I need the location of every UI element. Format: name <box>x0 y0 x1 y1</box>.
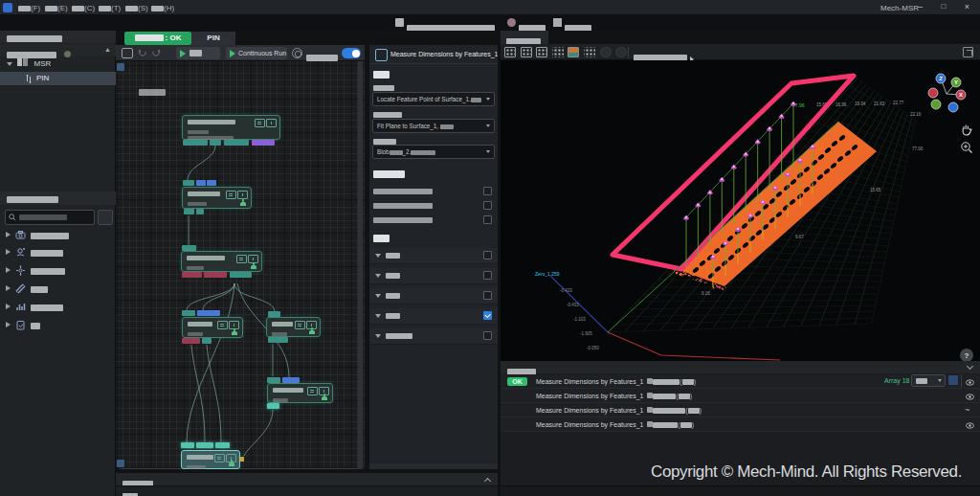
svg-text:9.67: 9.67 <box>795 235 804 239</box>
svg-text:-0.050: -0.050 <box>587 346 599 350</box>
svg-text:?: ? <box>965 351 969 360</box>
svg-text:-0.433: -0.433 <box>560 288 572 293</box>
svg-text:X: X <box>959 92 963 98</box>
svg-text:Y: Y <box>954 79 958 85</box>
svg-text:22.77: 22.77 <box>893 101 904 105</box>
svg-text:-0.433: -0.433 <box>567 303 579 307</box>
svg-text:15.65: 15.65 <box>870 188 881 192</box>
svg-text:-1.103: -1.103 <box>573 317 586 322</box>
svg-text:Z: Z <box>939 76 943 81</box>
svg-text:21.63: 21.63 <box>874 101 885 106</box>
svg-text:Zero_1.259: Zero_1.259 <box>535 271 560 277</box>
svg-text:-1.905: -1.905 <box>580 331 592 336</box>
svg-text:0.16: 0.16 <box>702 291 710 296</box>
svg-text:77.00: 77.00 <box>912 147 924 151</box>
svg-text:19.34: 19.34 <box>855 101 866 106</box>
svg-text:22.16: 22.16 <box>910 112 922 117</box>
svg-text:16.36: 16.36 <box>835 102 847 107</box>
